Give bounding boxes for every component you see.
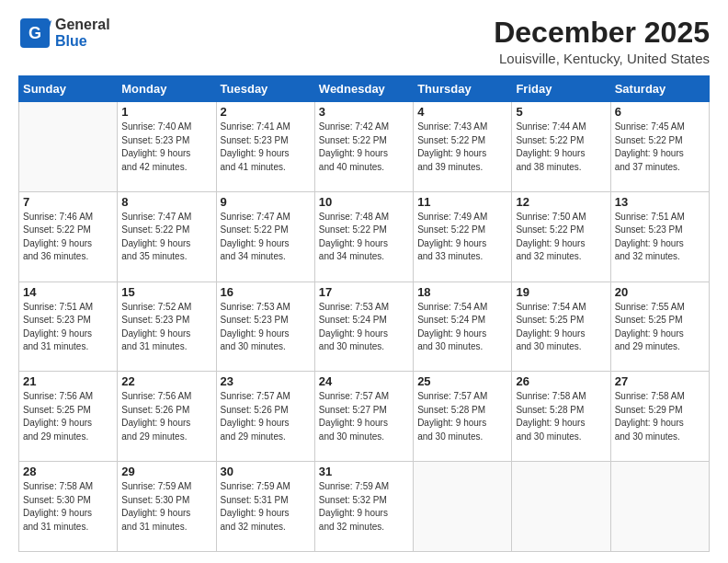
day-number: 29 bbox=[121, 465, 211, 478]
calendar-cell: 8Sunrise: 7:47 AMSunset: 5:22 PMDaylight… bbox=[118, 191, 216, 282]
day-number: 9 bbox=[221, 195, 311, 209]
day-number: 31 bbox=[319, 465, 409, 478]
header: G General Blue December 2025 Louisville,… bbox=[18, 17, 710, 66]
day-number: 16 bbox=[221, 285, 311, 299]
title-section: December 2025 Louisville, Kentucky, Unit… bbox=[494, 17, 710, 66]
day-number: 6 bbox=[615, 105, 705, 119]
day-number: 19 bbox=[516, 285, 606, 299]
calendar-cell: 18Sunrise: 7:54 AMSunset: 5:24 PMDayligh… bbox=[414, 282, 512, 372]
day-info: Sunrise: 7:41 AMSunset: 5:23 PMDaylight:… bbox=[221, 121, 311, 174]
day-info: Sunrise: 7:50 AMSunset: 5:22 PMDaylight:… bbox=[516, 211, 606, 264]
day-info: Sunrise: 7:45 AMSunset: 5:22 PMDaylight:… bbox=[615, 121, 705, 174]
calendar-cell: 10Sunrise: 7:48 AMSunset: 5:22 PMDayligh… bbox=[314, 191, 413, 282]
day-number: 11 bbox=[417, 195, 507, 209]
day-info: Sunrise: 7:54 AMSunset: 5:25 PMDaylight:… bbox=[516, 301, 606, 354]
calendar-cell: 5Sunrise: 7:44 AMSunset: 5:22 PMDaylight… bbox=[512, 102, 610, 192]
day-number: 12 bbox=[516, 195, 606, 209]
day-number: 4 bbox=[417, 105, 507, 119]
day-number: 5 bbox=[516, 105, 606, 119]
calendar-cell: 28Sunrise: 7:58 AMSunset: 5:30 PMDayligh… bbox=[19, 462, 118, 552]
day-number: 3 bbox=[319, 105, 409, 119]
day-info: Sunrise: 7:59 AMSunset: 5:32 PMDaylight:… bbox=[319, 480, 409, 534]
logo-general: General bbox=[55, 17, 110, 33]
calendar-cell: 25Sunrise: 7:57 AMSunset: 5:28 PMDayligh… bbox=[414, 372, 512, 462]
day-info: Sunrise: 7:53 AMSunset: 5:23 PMDaylight:… bbox=[221, 301, 311, 354]
day-info: Sunrise: 7:56 AMSunset: 5:25 PMDaylight:… bbox=[23, 390, 113, 443]
day-info: Sunrise: 7:47 AMSunset: 5:22 PMDaylight:… bbox=[221, 211, 311, 264]
day-info: Sunrise: 7:47 AMSunset: 5:22 PMDaylight:… bbox=[121, 211, 211, 264]
logo-icon: G bbox=[18, 17, 51, 50]
day-info: Sunrise: 7:59 AMSunset: 5:30 PMDaylight:… bbox=[121, 480, 211, 534]
calendar-cell: 3Sunrise: 7:42 AMSunset: 5:22 PMDaylight… bbox=[314, 102, 413, 192]
header-monday: Monday bbox=[118, 76, 216, 102]
day-info: Sunrise: 7:51 AMSunset: 5:23 PMDaylight:… bbox=[615, 211, 705, 264]
day-number: 10 bbox=[319, 195, 409, 209]
day-number: 24 bbox=[319, 374, 409, 388]
calendar-cell: 20Sunrise: 7:55 AMSunset: 5:25 PMDayligh… bbox=[610, 282, 709, 372]
logo: G General Blue bbox=[18, 17, 110, 50]
calendar-cell: 14Sunrise: 7:51 AMSunset: 5:23 PMDayligh… bbox=[19, 282, 118, 372]
day-number: 2 bbox=[221, 105, 311, 119]
day-number: 25 bbox=[417, 374, 507, 388]
calendar-header-row: Sunday Monday Tuesday Wednesday Thursday… bbox=[19, 76, 710, 102]
day-number: 23 bbox=[221, 374, 311, 388]
calendar-cell: 24Sunrise: 7:57 AMSunset: 5:27 PMDayligh… bbox=[314, 372, 413, 462]
calendar-cell bbox=[610, 462, 709, 552]
day-info: Sunrise: 7:55 AMSunset: 5:25 PMDaylight:… bbox=[615, 301, 705, 354]
calendar-cell: 6Sunrise: 7:45 AMSunset: 5:22 PMDaylight… bbox=[610, 102, 709, 192]
calendar-week-1: 1Sunrise: 7:40 AMSunset: 5:23 PMDaylight… bbox=[19, 102, 710, 192]
calendar-cell: 1Sunrise: 7:40 AMSunset: 5:23 PMDaylight… bbox=[118, 102, 216, 192]
calendar-week-2: 7Sunrise: 7:46 AMSunset: 5:22 PMDaylight… bbox=[19, 191, 710, 282]
svg-text:G: G bbox=[28, 24, 41, 42]
calendar-week-4: 21Sunrise: 7:56 AMSunset: 5:25 PMDayligh… bbox=[19, 372, 710, 462]
day-number: 22 bbox=[121, 374, 211, 388]
calendar-week-5: 28Sunrise: 7:58 AMSunset: 5:30 PMDayligh… bbox=[19, 462, 710, 552]
calendar-cell: 17Sunrise: 7:53 AMSunset: 5:24 PMDayligh… bbox=[314, 282, 413, 372]
calendar-cell: 30Sunrise: 7:59 AMSunset: 5:31 PMDayligh… bbox=[216, 462, 314, 552]
day-info: Sunrise: 7:58 AMSunset: 5:29 PMDaylight:… bbox=[615, 390, 705, 443]
calendar-cell: 13Sunrise: 7:51 AMSunset: 5:23 PMDayligh… bbox=[610, 191, 709, 282]
calendar-cell: 26Sunrise: 7:58 AMSunset: 5:28 PMDayligh… bbox=[512, 372, 610, 462]
day-info: Sunrise: 7:42 AMSunset: 5:22 PMDaylight:… bbox=[319, 121, 409, 174]
calendar-cell: 29Sunrise: 7:59 AMSunset: 5:30 PMDayligh… bbox=[118, 462, 216, 552]
calendar-cell: 12Sunrise: 7:50 AMSunset: 5:22 PMDayligh… bbox=[512, 191, 610, 282]
calendar-cell: 9Sunrise: 7:47 AMSunset: 5:22 PMDaylight… bbox=[216, 191, 314, 282]
header-saturday: Saturday bbox=[610, 76, 709, 102]
calendar-cell: 22Sunrise: 7:56 AMSunset: 5:26 PMDayligh… bbox=[118, 372, 216, 462]
calendar-cell: 11Sunrise: 7:49 AMSunset: 5:22 PMDayligh… bbox=[414, 191, 512, 282]
day-number: 1 bbox=[121, 105, 211, 119]
day-info: Sunrise: 7:44 AMSunset: 5:22 PMDaylight:… bbox=[516, 121, 606, 174]
day-info: Sunrise: 7:40 AMSunset: 5:23 PMDaylight:… bbox=[121, 121, 211, 174]
location: Louisville, Kentucky, United States bbox=[494, 51, 710, 66]
calendar-cell: 15Sunrise: 7:52 AMSunset: 5:23 PMDayligh… bbox=[118, 282, 216, 372]
day-number: 27 bbox=[615, 374, 705, 388]
day-info: Sunrise: 7:58 AMSunset: 5:28 PMDaylight:… bbox=[516, 390, 606, 443]
day-info: Sunrise: 7:46 AMSunset: 5:22 PMDaylight:… bbox=[23, 211, 113, 264]
calendar-cell: 27Sunrise: 7:58 AMSunset: 5:29 PMDayligh… bbox=[610, 372, 709, 462]
calendar-cell bbox=[19, 102, 118, 192]
day-info: Sunrise: 7:52 AMSunset: 5:23 PMDaylight:… bbox=[121, 301, 211, 354]
day-info: Sunrise: 7:57 AMSunset: 5:27 PMDaylight:… bbox=[319, 390, 409, 443]
day-number: 17 bbox=[319, 285, 409, 299]
header-thursday: Thursday bbox=[414, 76, 512, 102]
day-number: 15 bbox=[121, 285, 211, 299]
calendar-cell: 21Sunrise: 7:56 AMSunset: 5:25 PMDayligh… bbox=[19, 372, 118, 462]
page: G General Blue December 2025 Louisville,… bbox=[0, 0, 728, 563]
header-sunday: Sunday bbox=[19, 76, 118, 102]
day-number: 21 bbox=[23, 374, 113, 388]
day-number: 20 bbox=[615, 285, 705, 299]
header-friday: Friday bbox=[512, 76, 610, 102]
day-number: 13 bbox=[615, 195, 705, 209]
day-number: 26 bbox=[516, 374, 606, 388]
calendar-cell: 23Sunrise: 7:57 AMSunset: 5:26 PMDayligh… bbox=[216, 372, 314, 462]
day-info: Sunrise: 7:43 AMSunset: 5:22 PMDaylight:… bbox=[417, 121, 507, 174]
day-info: Sunrise: 7:53 AMSunset: 5:24 PMDaylight:… bbox=[319, 301, 409, 354]
day-info: Sunrise: 7:58 AMSunset: 5:30 PMDaylight:… bbox=[23, 480, 113, 534]
day-info: Sunrise: 7:51 AMSunset: 5:23 PMDaylight:… bbox=[23, 301, 113, 354]
calendar-cell: 31Sunrise: 7:59 AMSunset: 5:32 PMDayligh… bbox=[314, 462, 413, 552]
day-number: 8 bbox=[121, 195, 211, 209]
day-number: 14 bbox=[23, 285, 113, 299]
day-info: Sunrise: 7:54 AMSunset: 5:24 PMDaylight:… bbox=[417, 301, 507, 354]
day-info: Sunrise: 7:57 AMSunset: 5:28 PMDaylight:… bbox=[417, 390, 507, 443]
calendar-cell bbox=[414, 462, 512, 552]
